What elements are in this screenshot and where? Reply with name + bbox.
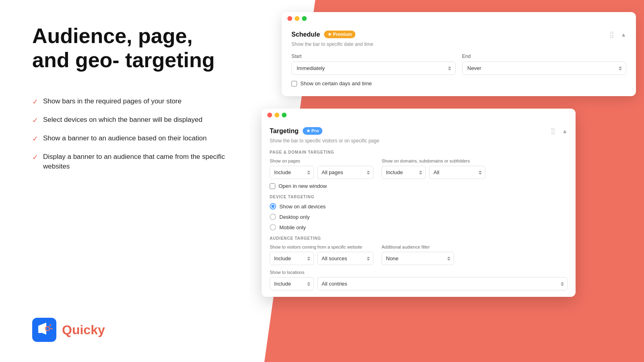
device-targeting-label: DEVICE TARGETING <box>270 195 568 199</box>
end-select[interactable]: Never <box>462 62 626 75</box>
schedule-section-header: Schedule ★ Premium ⣿ ▲ <box>291 25 626 41</box>
open-new-window-row: Open in new window <box>270 183 568 189</box>
svg-rect-2 <box>38 329 41 333</box>
audience-row: Show to visitors coming from a specific … <box>270 245 568 265</box>
targeting-section-header: Targeting ★ Pro ⣿ ▲ <box>270 121 568 138</box>
grid-icon: ⣿ <box>609 31 615 38</box>
start-group: Start Immediately <box>291 53 456 75</box>
start-select[interactable]: Immediately <box>291 62 456 75</box>
targeting-titlebar <box>262 109 576 121</box>
targeting-content: Targeting ★ Pro ⣿ ▲ Show the bar to spec… <box>262 121 576 297</box>
show-locations-include-select[interactable]: Include <box>270 277 314 290</box>
device-option-mobile[interactable]: Mobile only <box>270 224 568 230</box>
device-radio-group: Show on all devices Desktop only Mobile … <box>270 203 568 230</box>
list-item: ✓ Show a banner to an audience based on … <box>32 134 229 144</box>
main-title: Audience, page, and geo- targeting <box>32 24 229 72</box>
schedule-title-row: Schedule ★ Premium <box>291 31 355 38</box>
start-label: Start <box>291 53 456 59</box>
show-certain-days-label: Show on certain days and time <box>300 80 372 86</box>
show-visitors-group: Show to visitors coming from a specific … <box>270 245 374 265</box>
svg-line-4 <box>50 325 51 326</box>
show-certain-days-row: Show on certain days and time <box>291 80 626 86</box>
end-group: End Never <box>462 53 626 75</box>
additional-filter-label: Additional audience filter <box>382 245 454 249</box>
check-icon: ✓ <box>32 115 38 125</box>
additional-filter-group: Additional audience filter None <box>382 245 454 265</box>
show-on-domains-selects: Include All <box>382 166 485 179</box>
check-icon: ✓ <box>32 97 38 107</box>
schedule-subtitle: Show the bar to specific date and time <box>291 41 626 47</box>
logo-area: Quicky <box>32 318 229 342</box>
radio-all-devices <box>270 203 276 210</box>
left-content: Audience, page, and geo- targeting ✓ Sho… <box>32 24 229 171</box>
show-visitors-selects: Include All sources <box>270 252 374 265</box>
list-item: ✓ Select devices on which the banner wil… <box>32 115 229 125</box>
show-on-domains-include-select[interactable]: Include <box>382 166 426 179</box>
audience-targeting-label: AUDIENCE TARGETING <box>270 236 568 241</box>
schedule-content: Schedule ★ Premium ⣿ ▲ Show the bar to s… <box>282 25 636 96</box>
targeting-subtitle: Show the bar to specific visitors or on … <box>270 138 568 144</box>
page-domain-label: PAGE & DOMAIN TARGETING <box>270 150 568 154</box>
show-locations-label: Show to locations <box>270 270 568 275</box>
schedule-card: Schedule ★ Premium ⣿ ▲ Show the bar to s… <box>282 12 636 96</box>
radio-mobile <box>270 224 276 230</box>
open-new-window-label: Open in new window <box>279 183 327 189</box>
logo-text: Quicky <box>62 323 105 337</box>
schedule-titlebar <box>282 12 636 25</box>
targeting-title-row: Targeting ★ Pro <box>270 127 322 135</box>
radio-desktop <box>270 214 276 220</box>
right-panel: Schedule ★ Premium ⣿ ▲ Show the bar to s… <box>250 0 644 362</box>
show-on-domains-value-select[interactable]: All <box>429 166 485 179</box>
show-locations-value-select[interactable]: All contries <box>317 277 568 290</box>
show-locations-selects: Include All contries <box>270 277 568 290</box>
dot-green <box>282 113 287 117</box>
premium-badge: ★ Premium <box>324 31 355 38</box>
show-on-pages-include-select[interactable]: Include <box>270 166 314 179</box>
dot-yellow <box>275 113 279 117</box>
dot-red <box>267 113 272 117</box>
show-on-pages-selects: Include All pages <box>270 166 374 179</box>
end-label: End <box>462 53 626 59</box>
device-option-all[interactable]: Show on all devices <box>270 203 568 210</box>
show-visitors-include-select[interactable]: Include <box>270 252 314 265</box>
show-on-domains-label: Show on domains, subdomains or subfolder… <box>382 158 485 163</box>
dot-green <box>302 16 307 21</box>
show-certain-days-checkbox[interactable] <box>291 81 297 86</box>
targeting-card: Targeting ★ Pro ⣿ ▲ Show the bar to spec… <box>262 109 576 297</box>
show-on-domains-group: Show on domains, subdomains or subfolder… <box>382 158 485 179</box>
show-locations-group: Show to locations Include All contries <box>270 270 568 290</box>
device-option-desktop[interactable]: Desktop only <box>270 214 568 220</box>
check-icon: ✓ <box>32 134 38 144</box>
features-list: ✓ Show bars in the required pages of you… <box>32 97 229 171</box>
grid-icon: ⣿ <box>551 127 556 135</box>
radio-dot <box>271 205 275 208</box>
show-on-pages-value-select[interactable]: All pages <box>317 166 374 179</box>
targeting-title: Targeting <box>270 128 299 135</box>
dot-red <box>287 16 292 21</box>
pro-badge: ★ Pro <box>303 127 322 135</box>
open-new-window-checkbox[interactable] <box>270 183 275 189</box>
show-on-pages-group: Show on pages Include All pages <box>270 158 374 179</box>
collapse-icon[interactable]: ▲ <box>621 31 626 38</box>
list-item: ✓ Show bars in the required pages of you… <box>32 97 229 107</box>
schedule-title: Schedule <box>291 31 320 38</box>
page-domain-row: Show on pages Include All pages Show on … <box>270 158 568 179</box>
check-icon: ✓ <box>32 152 38 162</box>
left-panel: Audience, page, and geo- targeting ✓ Sho… <box>0 0 250 362</box>
show-visitors-value-select[interactable]: All sources <box>317 252 374 265</box>
show-visitors-label: Show to visitors coming from a specific … <box>270 245 374 249</box>
show-on-pages-label: Show on pages <box>270 158 374 163</box>
collapse-icon[interactable]: ▲ <box>562 128 568 134</box>
schedule-form-row: Start Immediately End Never <box>291 53 626 75</box>
dot-yellow <box>295 16 299 21</box>
additional-filter-select[interactable]: None <box>382 252 454 265</box>
logo-icon <box>32 318 56 342</box>
list-item: ✓ Display a banner to an audience that c… <box>32 152 229 171</box>
